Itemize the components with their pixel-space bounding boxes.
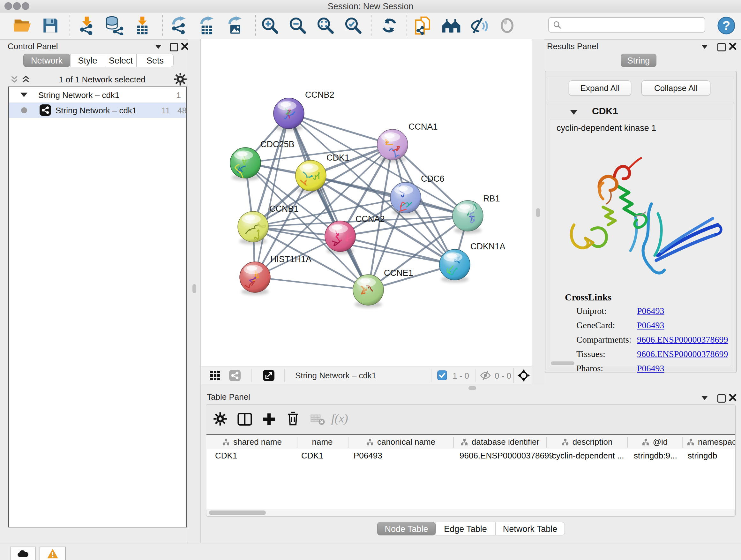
status-bar: Memory bbox=[0, 543, 741, 560]
table-hscrollbar-thumb[interactable] bbox=[209, 510, 266, 515]
open-session-icon[interactable] bbox=[12, 15, 32, 36]
splitter-handle[interactable] bbox=[536, 208, 540, 217]
network-node-CDC6[interactable] bbox=[390, 182, 421, 213]
export-network-icon[interactable] bbox=[169, 15, 189, 36]
column-type-icon bbox=[642, 438, 650, 446]
vertical-splitter-left[interactable] bbox=[188, 39, 201, 543]
collapse-all-icon[interactable] bbox=[10, 74, 19, 84]
detach-view-icon[interactable] bbox=[263, 370, 274, 381]
network-options-gear-icon[interactable] bbox=[174, 72, 187, 86]
network-row-selected[interactable]: String Network – cdk1 11 48 bbox=[9, 103, 186, 118]
column-header-shared-name[interactable]: shared name bbox=[207, 435, 297, 449]
import-table-icon[interactable] bbox=[132, 15, 152, 36]
protein-section-expander-icon[interactable] bbox=[570, 110, 577, 115]
protein-description: cyclin-dependent kinase 1 bbox=[556, 123, 656, 133]
zoom-in-icon[interactable] bbox=[259, 15, 280, 36]
crosslink-label: GeneCard: bbox=[576, 320, 615, 330]
tab-style[interactable]: Style bbox=[70, 54, 105, 67]
delete-table-icon[interactable] bbox=[310, 414, 326, 425]
crosslink-compartments-link[interactable]: 9606.ENSP00000378699 bbox=[637, 334, 728, 345]
network-thumbnail-icon[interactable] bbox=[229, 370, 241, 381]
import-network-icon[interactable] bbox=[77, 15, 97, 36]
cloud-button[interactable] bbox=[10, 547, 36, 560]
function-builder-button[interactable]: f(x) bbox=[331, 411, 348, 425]
import-network-from-database-icon[interactable] bbox=[104, 15, 125, 36]
network-node-CCNB1[interactable] bbox=[238, 211, 268, 242]
vertical-splitter-right[interactable] bbox=[532, 39, 544, 385]
column-header-name[interactable]: name bbox=[297, 435, 348, 449]
crosslink-tissues-link[interactable]: 9606.ENSP00000378699 bbox=[637, 349, 728, 359]
show-columns-icon[interactable] bbox=[238, 413, 252, 426]
zoom-selected-icon[interactable] bbox=[343, 15, 363, 36]
network-collection-row[interactable]: String Network – cdk1 1 bbox=[9, 87, 186, 103]
hidden-eye-slash-icon[interactable] bbox=[479, 370, 491, 381]
network-node-RB1[interactable] bbox=[453, 200, 483, 231]
horizontal-splitter[interactable] bbox=[201, 385, 741, 392]
column-header-namespace[interactable]: namespace bbox=[682, 435, 735, 449]
network-node-CDKN1A[interactable] bbox=[440, 249, 470, 280]
table-panel-float-icon[interactable] bbox=[718, 394, 726, 402]
birdseye-crosshair-icon[interactable] bbox=[517, 369, 530, 382]
network-node-CCNE1[interactable] bbox=[353, 274, 384, 305]
help-icon[interactable]: ? bbox=[716, 15, 737, 36]
export-table-icon[interactable] bbox=[197, 15, 217, 36]
crosslink-uniprot-link[interactable]: P06493 bbox=[637, 306, 664, 316]
network-node-CDC25B[interactable] bbox=[230, 147, 261, 178]
crosslink-pharos-link[interactable]: P06493 bbox=[637, 363, 664, 374]
open-string-icon[interactable] bbox=[413, 15, 434, 36]
control-panel-float-icon[interactable] bbox=[170, 43, 178, 51]
delete-column-trash-icon[interactable] bbox=[286, 411, 299, 426]
tab-network-table[interactable]: Network Table bbox=[495, 522, 565, 536]
add-column-icon[interactable] bbox=[262, 413, 276, 426]
network-node-HIST1H1A[interactable] bbox=[240, 262, 270, 293]
cell-id: stringdb:9... bbox=[634, 451, 677, 463]
splitter-handle[interactable] bbox=[192, 284, 196, 293]
node-label-CCNA1: CCNA1 bbox=[408, 122, 438, 132]
tab-edge-table[interactable]: Edge Table bbox=[435, 522, 495, 536]
results-hscrollbar-thumb[interactable] bbox=[551, 361, 575, 365]
zoom-fit-icon[interactable] bbox=[315, 15, 335, 36]
selected-checkbox-icon[interactable] bbox=[437, 370, 447, 380]
window-title: Session: New Session bbox=[0, 0, 741, 12]
hide-selected-icon[interactable] bbox=[469, 15, 489, 36]
search-input[interactable] bbox=[548, 17, 705, 33]
table-panel-menu-icon[interactable] bbox=[701, 396, 708, 400]
refresh-icon[interactable] bbox=[379, 15, 400, 36]
table-hscrollbar[interactable] bbox=[207, 509, 734, 516]
network-node-CCNA2[interactable] bbox=[325, 221, 355, 252]
column-header-canonical-name[interactable]: canonical name bbox=[348, 435, 453, 449]
collapse-all-button[interactable]: Collapse All bbox=[642, 80, 711, 96]
tab-network[interactable]: Network bbox=[23, 54, 70, 67]
crosslink-genecard-link[interactable]: P06493 bbox=[637, 320, 664, 330]
results-panel-float-icon[interactable] bbox=[718, 43, 726, 51]
export-image-icon[interactable] bbox=[225, 15, 245, 36]
table-panel-close-icon[interactable] bbox=[729, 393, 737, 401]
tab-string[interactable]: String bbox=[621, 54, 657, 67]
tab-select[interactable]: Select bbox=[105, 54, 137, 67]
table-settings-gear-icon[interactable] bbox=[213, 412, 227, 426]
zoom-out-icon[interactable] bbox=[287, 15, 308, 36]
grid-view-icon[interactable] bbox=[210, 370, 220, 381]
network-node-CCNB2[interactable] bbox=[273, 98, 304, 129]
show-all-icon[interactable] bbox=[497, 15, 517, 36]
network-node-CCNA1[interactable] bbox=[377, 129, 408, 160]
tab-node-table[interactable]: Node Table bbox=[377, 522, 435, 536]
warnings-button[interactable] bbox=[40, 547, 66, 560]
home-icon[interactable] bbox=[441, 15, 461, 36]
splitter-handle[interactable] bbox=[468, 386, 476, 390]
expand-all-icon[interactable] bbox=[21, 74, 30, 84]
column-header-database-identifier[interactable]: database identifier bbox=[453, 435, 546, 449]
results-panel-menu-icon[interactable] bbox=[701, 45, 708, 49]
column-header-description[interactable]: description bbox=[546, 435, 627, 449]
save-session-icon[interactable] bbox=[40, 15, 61, 36]
results-panel-close-icon[interactable] bbox=[729, 42, 737, 51]
column-header-id[interactable]: @id bbox=[627, 435, 682, 449]
expand-all-button[interactable]: Expand All bbox=[569, 80, 631, 96]
network-node-CDK1[interactable] bbox=[295, 160, 326, 191]
network-canvas[interactable]: CCNB2CCNA1CDC25BCDK1CDC6RB1CCNB1CCNA2CDK… bbox=[201, 39, 532, 367]
control-panel-menu-icon[interactable] bbox=[155, 45, 161, 49]
crosslink-label: Tissues: bbox=[576, 349, 605, 359]
collection-expander-icon[interactable] bbox=[20, 92, 27, 97]
tab-sets[interactable]: Sets bbox=[137, 54, 174, 67]
warning-icon bbox=[47, 548, 59, 559]
